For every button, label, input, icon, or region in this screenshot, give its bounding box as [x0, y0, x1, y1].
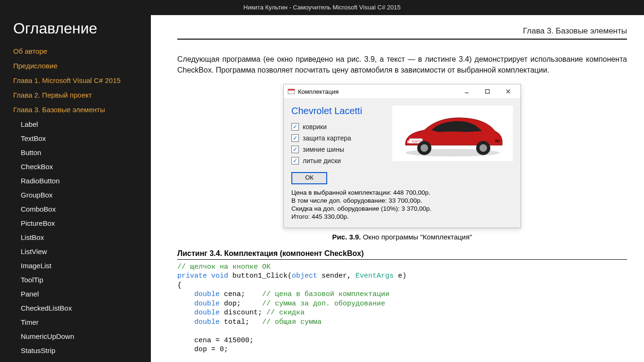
- svg-rect-14: [495, 140, 500, 142]
- toc-sub-picturebox[interactable]: PictureBox: [13, 216, 151, 230]
- checkbox-row[interactable]: ✓ коврики: [291, 121, 386, 132]
- checkbox-label: коврики: [303, 123, 327, 131]
- checkbox-icon: ✓: [291, 146, 299, 153]
- toc-chapter-2[interactable]: Глава 2. Первый проект: [13, 88, 151, 102]
- svg-point-10: [421, 144, 428, 152]
- checkbox-icon: ✓: [291, 157, 299, 165]
- svg-point-12: [479, 144, 487, 152]
- toc-sub-tooltip[interactable]: ToolTip: [13, 272, 151, 287]
- close-icon[interactable]: [498, 84, 519, 99]
- toc-sub-radiobutton[interactable]: RadioButton: [13, 173, 151, 188]
- form-icon: [288, 88, 295, 95]
- body-paragraph: Следующая программа (ее окно приведено н…: [177, 54, 627, 75]
- toc-sub-listview[interactable]: ListView: [13, 244, 151, 258]
- car-name-label: Chevrolet Lacetti: [291, 106, 386, 116]
- info-line: Скидка на доп. оборудование (10%): 3 370…: [291, 205, 513, 213]
- car-image: LACETTI: [392, 106, 513, 161]
- checkbox-label: защита картера: [303, 134, 351, 142]
- example-window: Комплектация Chevrolet Lacetti ✓ ков: [283, 84, 521, 228]
- checkbox-label: литые диски: [303, 157, 341, 165]
- toc-sub-button[interactable]: Button: [13, 145, 151, 159]
- page-content: Глава 3. Базовые элементы Следующая прог…: [151, 15, 644, 362]
- checkbox-row[interactable]: ✓ зимние шины: [291, 144, 386, 155]
- svg-rect-13: [407, 140, 412, 143]
- toc-sub-checkbox[interactable]: CheckBox: [13, 159, 151, 173]
- svg-rect-3: [486, 90, 489, 93]
- toc-sub-combobox[interactable]: ComboBox: [13, 202, 151, 216]
- figure-caption: Рис. 3.9. Окно программы "Комплектация": [177, 233, 627, 241]
- toc-chapter-preface[interactable]: Предисловие: [13, 58, 151, 73]
- info-line: Цена в выбранной комплектации: 448 700,0…: [291, 189, 513, 197]
- example-window-title: Комплектация: [298, 88, 339, 95]
- toc-sub-textbox[interactable]: TextBox: [13, 131, 151, 145]
- toc-sub-label[interactable]: Label: [13, 117, 151, 131]
- info-line: В том числе доп. оборудование: 33 700,00…: [291, 197, 513, 205]
- toc-sub-statusstrip[interactable]: StatusStrip: [13, 343, 151, 357]
- toc-sub-timer[interactable]: Timer: [13, 315, 151, 329]
- toc-chapter-1[interactable]: Глава 1. Microsoft Visual C# 2015: [13, 73, 151, 88]
- maximize-icon[interactable]: [477, 84, 498, 99]
- example-window-titlebar: Комплектация: [284, 84, 520, 99]
- toc-sub-checkedlistbox[interactable]: CheckedListBox: [13, 301, 151, 315]
- checkbox-row[interactable]: ✓ литые диски: [291, 155, 386, 166]
- price-info: Цена в выбранной комплектации: 448 700,0…: [284, 187, 520, 228]
- checkbox-row[interactable]: ✓ защита картера: [291, 132, 386, 144]
- toc-sub-groupbox[interactable]: GroupBox: [13, 188, 151, 202]
- table-of-contents: Оглавление Об авторе Предисловие Глава 1…: [0, 15, 151, 362]
- toc-heading: Оглавление: [13, 20, 151, 37]
- ok-button[interactable]: ОК: [291, 172, 327, 184]
- checkbox-label: зимние шины: [303, 146, 344, 153]
- code-listing: // щелчок на кнопке ОК private void butt…: [177, 263, 627, 354]
- minimize-icon[interactable]: [456, 84, 477, 99]
- toc-sub-listbox[interactable]: ListBox: [13, 230, 151, 244]
- toc-chapter-3[interactable]: Глава 3. Базовые элементы: [13, 102, 151, 117]
- listing-title: Листинг 3.4. Комплектация (компонент Che…: [177, 249, 627, 260]
- toc-chapter-about-author[interactable]: Об авторе: [13, 44, 151, 58]
- info-line: Итого: 445 330,00р.: [291, 213, 513, 221]
- toc-sub-imagelist[interactable]: ImageList: [13, 258, 151, 272]
- svg-rect-1: [288, 89, 295, 90]
- checkbox-icon: ✓: [291, 123, 299, 131]
- toc-sub-numericupdown[interactable]: NumericUpDown: [13, 329, 151, 343]
- chapter-header: Глава 3. Базовые элементы: [177, 26, 627, 40]
- window-title: Никита Культин - Самоучитель Microsoft V…: [0, 0, 644, 15]
- checkbox-icon: ✓: [291, 134, 299, 142]
- toc-sub-panel[interactable]: Panel: [13, 287, 151, 301]
